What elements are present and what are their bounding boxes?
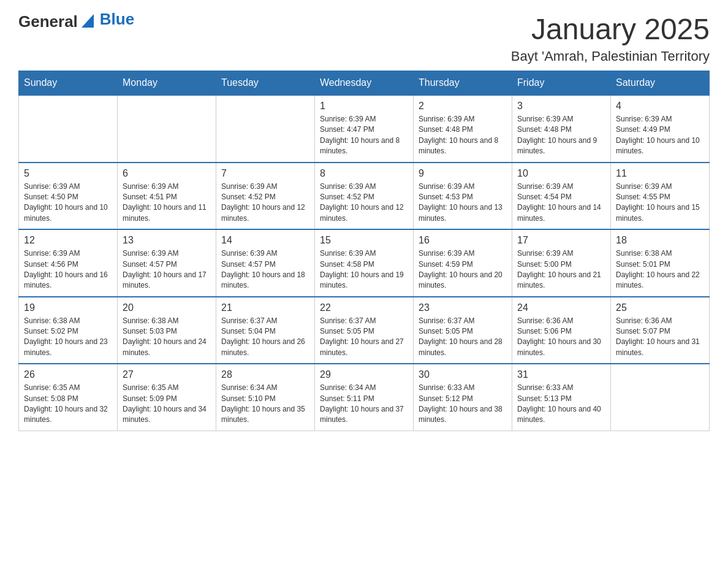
calendar-cell: 2Sunrise: 6:39 AM Sunset: 4:48 PM Daylig… [414,95,512,163]
day-number: 28 [221,369,309,380]
day-number: 4 [616,101,704,112]
calendar-cell: 19Sunrise: 6:38 AM Sunset: 5:02 PM Dayli… [19,297,118,364]
day-number: 31 [517,369,605,380]
day-number: 27 [123,369,211,380]
day-number: 30 [419,369,507,380]
weekday-header-thursday: Thursday [414,71,512,96]
logo: General Blue [18,12,134,31]
calendar-cell: 7Sunrise: 6:39 AM Sunset: 4:52 PM Daylig… [216,163,315,230]
day-number: 23 [419,302,507,313]
day-info: Sunrise: 6:39 AM Sunset: 4:54 PM Dayligh… [517,182,605,224]
calendar-week-1: 1Sunrise: 6:39 AM Sunset: 4:47 PM Daylig… [19,95,710,163]
calendar-cell: 30Sunrise: 6:33 AM Sunset: 5:12 PM Dayli… [414,364,512,431]
day-number: 2 [419,101,507,112]
day-number: 5 [24,168,112,179]
day-info: Sunrise: 6:39 AM Sunset: 4:57 PM Dayligh… [123,248,211,291]
calendar-cell: 13Sunrise: 6:39 AM Sunset: 4:57 PM Dayli… [118,229,216,297]
day-info: Sunrise: 6:37 AM Sunset: 5:05 PM Dayligh… [320,316,408,359]
calendar-cell: 20Sunrise: 6:38 AM Sunset: 5:03 PM Dayli… [118,297,216,364]
calendar-cell: 22Sunrise: 6:37 AM Sunset: 5:05 PM Dayli… [315,297,414,364]
day-number: 15 [320,235,408,246]
day-info: Sunrise: 6:38 AM Sunset: 5:03 PM Dayligh… [123,316,211,359]
day-info: Sunrise: 6:33 AM Sunset: 5:12 PM Dayligh… [419,383,507,426]
location-title: Bayt 'Amrah, Palestinian Territory [511,48,710,64]
day-number: 19 [24,302,112,313]
day-number: 22 [320,302,408,313]
day-number: 9 [419,168,507,179]
calendar-week-4: 19Sunrise: 6:38 AM Sunset: 5:02 PM Dayli… [19,297,710,364]
weekday-header-friday: Friday [512,71,611,96]
weekday-header-wednesday: Wednesday [315,71,414,96]
day-number: 18 [616,235,704,246]
calendar-cell: 8Sunrise: 6:39 AM Sunset: 4:52 PM Daylig… [315,163,414,230]
calendar-cell: 4Sunrise: 6:39 AM Sunset: 4:49 PM Daylig… [611,95,710,163]
day-info: Sunrise: 6:39 AM Sunset: 4:47 PM Dayligh… [320,114,408,157]
day-info: Sunrise: 6:38 AM Sunset: 5:02 PM Dayligh… [24,316,112,359]
day-info: Sunrise: 6:36 AM Sunset: 5:07 PM Dayligh… [616,316,704,359]
calendar-cell: 24Sunrise: 6:36 AM Sunset: 5:06 PM Dayli… [512,297,611,364]
weekday-header-tuesday: Tuesday [216,71,315,96]
day-number: 12 [24,235,112,246]
calendar-cell: 23Sunrise: 6:37 AM Sunset: 5:05 PM Dayli… [414,297,512,364]
day-info: Sunrise: 6:39 AM Sunset: 4:57 PM Dayligh… [221,248,309,291]
day-info: Sunrise: 6:39 AM Sunset: 4:56 PM Dayligh… [24,248,112,291]
calendar-cell: 14Sunrise: 6:39 AM Sunset: 4:57 PM Dayli… [216,229,315,297]
day-info: Sunrise: 6:37 AM Sunset: 5:05 PM Dayligh… [419,316,507,359]
day-number: 7 [221,168,309,179]
day-info: Sunrise: 6:39 AM Sunset: 4:52 PM Dayligh… [221,182,309,224]
day-info: Sunrise: 6:39 AM Sunset: 4:55 PM Dayligh… [616,182,704,224]
calendar-cell: 16Sunrise: 6:39 AM Sunset: 4:59 PM Dayli… [414,229,512,297]
logo-triangle-icon [82,14,94,28]
day-number: 20 [123,302,211,313]
weekday-header-sunday: Sunday [19,71,118,96]
svg-marker-0 [82,14,94,28]
day-number: 1 [320,101,408,112]
day-number: 29 [320,369,408,380]
day-info: Sunrise: 6:39 AM Sunset: 5:00 PM Dayligh… [517,248,605,291]
day-info: Sunrise: 6:39 AM Sunset: 4:50 PM Dayligh… [24,182,112,224]
calendar-cell: 27Sunrise: 6:35 AM Sunset: 5:09 PM Dayli… [118,364,216,431]
day-number: 16 [419,235,507,246]
day-number: 10 [517,168,605,179]
day-number: 6 [123,168,211,179]
day-number: 24 [517,302,605,313]
calendar-cell: 29Sunrise: 6:34 AM Sunset: 5:11 PM Dayli… [315,364,414,431]
calendar-cell: 6Sunrise: 6:39 AM Sunset: 4:51 PM Daylig… [118,163,216,230]
calendar-cell [118,95,216,163]
calendar-cell: 17Sunrise: 6:39 AM Sunset: 5:00 PM Dayli… [512,229,611,297]
calendar-cell: 12Sunrise: 6:39 AM Sunset: 4:56 PM Dayli… [19,229,118,297]
day-number: 26 [24,369,112,380]
day-number: 14 [221,235,309,246]
logo-general: General [18,12,78,31]
day-number: 25 [616,302,704,313]
day-info: Sunrise: 6:39 AM Sunset: 4:53 PM Dayligh… [419,182,507,224]
day-info: Sunrise: 6:34 AM Sunset: 5:11 PM Dayligh… [320,383,408,426]
day-info: Sunrise: 6:35 AM Sunset: 5:08 PM Dayligh… [24,383,112,426]
calendar-cell [611,364,710,431]
day-info: Sunrise: 6:39 AM Sunset: 4:48 PM Dayligh… [517,114,605,157]
month-title: January 2025 [511,12,710,46]
calendar-cell: 11Sunrise: 6:39 AM Sunset: 4:55 PM Dayli… [611,163,710,230]
calendar-cell [19,95,118,163]
calendar-cell: 21Sunrise: 6:37 AM Sunset: 5:04 PM Dayli… [216,297,315,364]
day-info: Sunrise: 6:38 AM Sunset: 5:01 PM Dayligh… [616,248,704,291]
day-info: Sunrise: 6:37 AM Sunset: 5:04 PM Dayligh… [221,316,309,359]
calendar-cell: 18Sunrise: 6:38 AM Sunset: 5:01 PM Dayli… [611,229,710,297]
calendar-cell: 9Sunrise: 6:39 AM Sunset: 4:53 PM Daylig… [414,163,512,230]
day-number: 17 [517,235,605,246]
calendar-header-row: SundayMondayTuesdayWednesdayThursdayFrid… [19,71,710,96]
day-info: Sunrise: 6:39 AM Sunset: 4:49 PM Dayligh… [616,114,704,157]
day-info: Sunrise: 6:33 AM Sunset: 5:13 PM Dayligh… [517,383,605,426]
calendar-cell: 5Sunrise: 6:39 AM Sunset: 4:50 PM Daylig… [19,163,118,230]
day-info: Sunrise: 6:39 AM Sunset: 4:58 PM Dayligh… [320,248,408,291]
day-info: Sunrise: 6:39 AM Sunset: 4:48 PM Dayligh… [419,114,507,157]
calendar-cell: 10Sunrise: 6:39 AM Sunset: 4:54 PM Dayli… [512,163,611,230]
calendar-week-5: 26Sunrise: 6:35 AM Sunset: 5:08 PM Dayli… [19,364,710,431]
calendar-week-3: 12Sunrise: 6:39 AM Sunset: 4:56 PM Dayli… [19,229,710,297]
day-info: Sunrise: 6:39 AM Sunset: 4:51 PM Dayligh… [123,182,211,224]
calendar-cell [216,95,315,163]
day-number: 3 [517,101,605,112]
day-number: 8 [320,168,408,179]
day-number: 11 [616,168,704,179]
calendar-cell: 28Sunrise: 6:34 AM Sunset: 5:10 PM Dayli… [216,364,315,431]
